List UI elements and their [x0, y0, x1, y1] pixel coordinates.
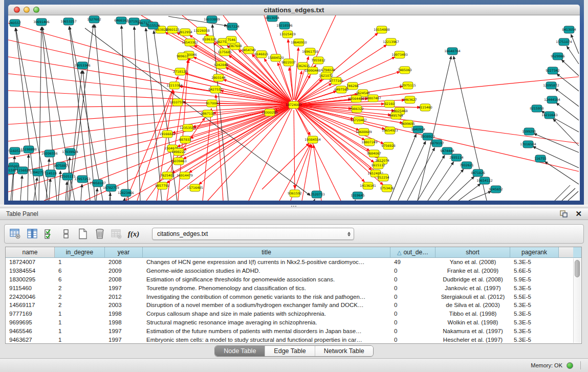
- table-row[interactable]: 911546021997Tourette syndrome. Phenomeno…: [6, 284, 581, 293]
- graph-node[interactable]: 16961758: [302, 48, 318, 55]
- table-cell-pagerank[interactable]: 5.5E-5: [510, 293, 559, 301]
- graph-edge[interactable]: [534, 134, 579, 152]
- table-cell-out_de[interactable]: 49: [390, 258, 435, 267]
- table-cell-in_degree[interactable]: 1: [55, 310, 105, 318]
- graph-node[interactable]: 12213967: [383, 38, 399, 46]
- table-cell-title[interactable]: Investigating the contribution of common…: [143, 293, 390, 301]
- graph-node[interactable]: 12213384: [166, 82, 183, 89]
- table-cell-short[interactable]: de Silva et al. (2003): [435, 301, 510, 310]
- graph-node[interactable]: 7955812: [311, 57, 325, 64]
- table-cell-pagerank[interactable]: 5.9E-5: [510, 275, 559, 284]
- graph-edge[interactable]: [314, 199, 315, 201]
- table-cell-year[interactable]: 1997: [105, 327, 143, 336]
- graph-edge[interactable]: [8, 105, 294, 192]
- graph-node[interactable]: 1527602: [87, 16, 101, 23]
- table-cell-in_degree[interactable]: 2: [55, 284, 105, 293]
- graph-node[interactable]: 12975115: [400, 82, 416, 89]
- graph-node[interactable]: 9699695: [401, 120, 415, 127]
- graph-node[interactable]: 6466162: [114, 17, 128, 24]
- graph-node[interactable]: 8215958: [530, 105, 544, 112]
- graph-node[interactable]: 9245652: [489, 186, 503, 193]
- graph-node[interactable]: 9474444: [440, 147, 454, 155]
- graph-node[interactable]: 15751074: [556, 38, 572, 46]
- table-cell-short[interactable]: Hescheler et al. (1997): [435, 336, 510, 344]
- table-cell-out_de[interactable]: 0: [390, 267, 435, 275]
- graph-node[interactable]: 917004: [206, 100, 218, 107]
- graph-node[interactable]: 2935114: [449, 154, 464, 161]
- table-cell-title[interactable]: Tourette syndrome. Phenomenology and cla…: [143, 284, 390, 293]
- graph-node[interactable]: 16033809: [204, 16, 220, 23]
- graph-node[interactable]: 6497568: [334, 86, 349, 93]
- table-cell-short[interactable]: Stergiakouli et al. (2012): [435, 293, 510, 301]
- table-cell-name[interactable]: 9115460: [6, 284, 55, 293]
- graph-node[interactable]: 16210643: [541, 112, 558, 119]
- graph-node[interactable]: 9115460: [418, 104, 432, 111]
- table-cell-year[interactable]: 1997: [105, 336, 143, 344]
- graph-edge[interactable]: [49, 179, 50, 201]
- graph-node[interactable]: 7515526: [146, 22, 160, 29]
- table-cell-year[interactable]: 2008: [105, 258, 143, 267]
- table-cell-pagerank[interactable]: 5.3E-5: [510, 327, 559, 336]
- graph-edge[interactable]: [28, 155, 29, 201]
- table-cell-name[interactable]: 9463627: [6, 336, 55, 344]
- table-cell-year[interactable]: 2009: [105, 267, 143, 275]
- graph-edge[interactable]: [438, 169, 464, 201]
- table-cell-pagerank[interactable]: 5.6E-5: [510, 267, 559, 275]
- table-cell-title[interactable]: Disruption of a novel member of a sodium…: [143, 301, 390, 310]
- graph-node[interactable]: 9529966: [551, 53, 565, 60]
- graph-node[interactable]: 19384554: [304, 136, 321, 143]
- graph-edge[interactable]: [8, 105, 294, 175]
- table-cell-short[interactable]: Dudbridge et al. (2008): [435, 275, 510, 284]
- table-cell-out_de[interactable]: 0: [390, 318, 435, 327]
- table-row[interactable]: 2242004622012Investigating the contribut…: [6, 293, 581, 301]
- table-cell-pagerank[interactable]: 5.3E-5: [510, 336, 559, 344]
- table-cell-short[interactable]: Wolkin et al. (1998): [435, 318, 510, 327]
- graph-edge[interactable]: [418, 156, 445, 201]
- graph-node[interactable]: 12520733: [309, 191, 325, 198]
- table-cell-year[interactable]: 1997: [105, 284, 143, 293]
- table-cell-title[interactable]: Embryonic stem cells: a model to study s…: [143, 336, 390, 344]
- column-header-in_degree[interactable]: in_degree: [55, 247, 105, 257]
- graph-node[interactable]: 7932621: [460, 162, 474, 169]
- graph-node[interactable]: 7857224: [225, 23, 239, 30]
- graph-edge[interactable]: [469, 191, 491, 201]
- graph-node[interactable]: 9684067: [367, 150, 381, 157]
- panel-splitter[interactable]: [0, 205, 588, 208]
- graph-node[interactable]: 13325419: [279, 31, 296, 38]
- table-cell-out_de[interactable]: 0: [390, 327, 435, 336]
- table-cell-title[interactable]: Changes of HCN gene expression and I(f) …: [143, 258, 390, 267]
- graph-node[interactable]: 8938923: [421, 133, 435, 140]
- table-row[interactable]: 1872400712008Changes of HCN gene express…: [6, 258, 581, 267]
- graph-node[interactable]: 13226058: [193, 27, 210, 34]
- table-cell-year[interactable]: 2012: [105, 293, 143, 301]
- graph-node[interactable]: 20053346: [74, 62, 91, 69]
- graph-node[interactable]: 9361592: [288, 190, 302, 197]
- table-cell-pagerank[interactable]: 5.3E-5: [510, 284, 559, 293]
- graph-node[interactable]: 16648784: [444, 48, 461, 55]
- table-cell-name[interactable]: 22420046: [6, 293, 55, 301]
- graph-edge[interactable]: [16, 28, 48, 201]
- graph-node[interactable]: 116755: [534, 155, 547, 162]
- graph-node[interactable]: 7625402: [160, 172, 175, 179]
- graph-node[interactable]: 16039463: [170, 158, 187, 165]
- graph-edge[interactable]: [562, 188, 575, 201]
- graph-edge[interactable]: [555, 185, 570, 201]
- select-rows-icon[interactable]: [43, 228, 55, 239]
- graph-node[interactable]: 6495764: [389, 112, 403, 119]
- graph-node[interactable]: 19166822: [159, 130, 176, 138]
- graph-node[interactable]: 14136141: [360, 182, 376, 189]
- table-cell-title[interactable]: Estimation of the future numbers of pati…: [143, 327, 390, 336]
- graph-node[interactable]: 1621072: [319, 72, 333, 79]
- graph-edge[interactable]: [95, 25, 111, 201]
- table-cell-name[interactable]: 9777169: [6, 310, 55, 318]
- graph-node[interactable]: 8454749: [242, 47, 256, 54]
- table-cell-short[interactable]: Nakamura et al. (1997): [435, 327, 510, 336]
- table-cell-out_de[interactable]: 0: [390, 275, 435, 284]
- graph-edge[interactable]: [121, 26, 128, 201]
- graph-node[interactable]: 10154808: [374, 26, 390, 33]
- graph-node[interactable]: 10688609: [356, 128, 372, 136]
- graph-node[interactable]: 10654112: [476, 177, 493, 184]
- table-cell-in_degree[interactable]: 1: [55, 318, 105, 327]
- table-cell-in_degree[interactable]: 2: [55, 293, 105, 301]
- graph-node[interactable]: 12095872: [543, 82, 559, 89]
